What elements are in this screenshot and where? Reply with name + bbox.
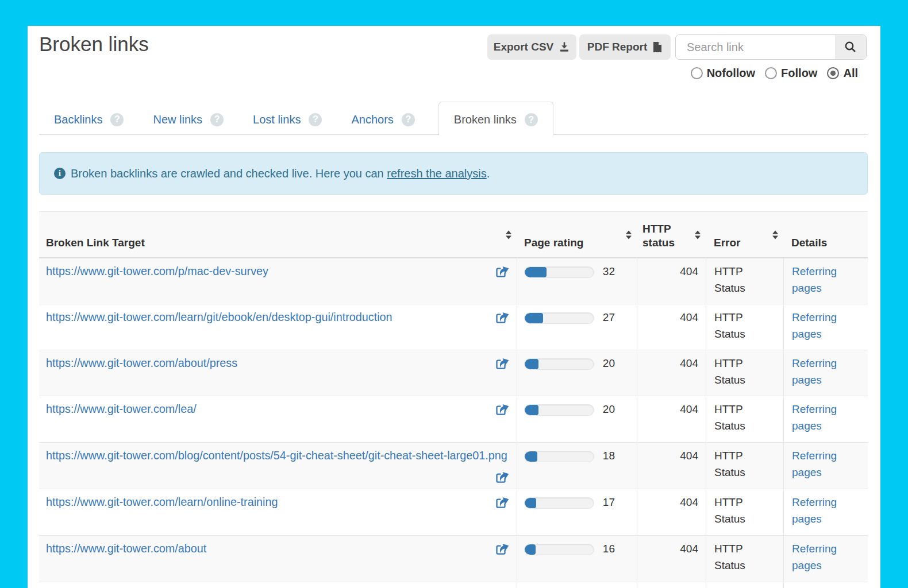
main-card: Broken links Export CSV PDF Report Nofol… bbox=[28, 26, 880, 588]
cell-details: Referring pages bbox=[783, 396, 868, 442]
error-value: HTTP Status bbox=[714, 401, 760, 434]
tab-new-links[interactable]: New links? bbox=[138, 102, 238, 135]
cell-http-status: 404 bbox=[637, 536, 706, 582]
referring-pages-link[interactable]: Referring pages bbox=[792, 540, 847, 574]
http-status-value: 404 bbox=[680, 265, 698, 277]
table-row: https://www.git-tower.com/learn/git/eboo… bbox=[39, 304, 868, 350]
page-rating-value: 20 bbox=[603, 401, 615, 417]
col-header-error[interactable]: Error bbox=[706, 212, 783, 257]
refresh-analysis-link[interactable]: refresh the analysis bbox=[387, 167, 486, 180]
page-rating-bar bbox=[524, 312, 594, 324]
cell-details: Referring pages bbox=[783, 489, 868, 535]
external-link-icon[interactable] bbox=[495, 265, 510, 278]
tab-backlinks[interactable]: Backlinks? bbox=[39, 102, 138, 135]
page-rating-bar-fill bbox=[525, 544, 536, 555]
page-rating-bar bbox=[524, 451, 594, 462]
filter-follow[interactable]: Follow bbox=[765, 67, 817, 80]
cell-broken-link-target: https://www.git-tower.com/about bbox=[39, 536, 517, 582]
cell-http-status: 404 bbox=[637, 443, 706, 489]
sort-icon[interactable] bbox=[772, 230, 778, 239]
help-icon[interactable]: ? bbox=[110, 113, 124, 126]
tab-lost-links-label: Lost links bbox=[253, 113, 301, 126]
error-value: HTTP Status bbox=[714, 540, 760, 574]
referring-pages-link[interactable]: Referring pages bbox=[792, 447, 847, 481]
sort-icon[interactable] bbox=[695, 230, 701, 239]
cell-error bbox=[706, 582, 783, 588]
help-icon[interactable]: ? bbox=[525, 113, 538, 126]
referring-pages-link[interactable]: Referring pages bbox=[792, 263, 847, 296]
help-icon[interactable]: ? bbox=[210, 113, 224, 126]
filter-follow-label: Follow bbox=[781, 67, 817, 80]
broken-link-url[interactable]: https://www.git-tower.com/learn/online-t… bbox=[46, 494, 278, 510]
table-row: https://www.git-tower.com/about/press 20… bbox=[39, 350, 868, 396]
page-rating-value: 18 bbox=[603, 447, 615, 464]
page-rating-bar bbox=[524, 497, 594, 509]
col-header-http-status[interactable]: HTTP status bbox=[637, 212, 706, 257]
cell-error: HTTP Status bbox=[706, 350, 783, 396]
help-icon[interactable]: ? bbox=[402, 113, 415, 126]
alert-text: Broken backlinks are crawled and checked… bbox=[71, 167, 387, 180]
page-rating-value: 32 bbox=[603, 263, 615, 280]
info-alert: i Broken backlinks are crawled and check… bbox=[39, 152, 868, 195]
page-rating-bar bbox=[524, 358, 594, 370]
broken-link-url[interactable]: https://www.git-tower.com/blog/content/p… bbox=[46, 447, 507, 464]
cell-page-rating: 18 bbox=[517, 443, 637, 489]
cell-details: Referring pages bbox=[783, 350, 868, 396]
tab-anchors[interactable]: Anchors? bbox=[336, 102, 429, 135]
cell-http-status: 404 bbox=[637, 258, 706, 304]
external-link-icon[interactable] bbox=[495, 311, 510, 324]
external-link-icon[interactable] bbox=[495, 542, 510, 556]
download-icon bbox=[559, 41, 570, 53]
page-rating-bar-fill bbox=[525, 267, 547, 277]
table-row: https://www.git-tower.com/blog/content/p… bbox=[39, 443, 868, 489]
pdf-report-button[interactable]: PDF Report bbox=[579, 34, 671, 60]
cell-page-rating: 16 bbox=[517, 536, 637, 582]
page-rating-bar-fill bbox=[525, 451, 537, 462]
tab-lost-links[interactable]: Lost links? bbox=[238, 102, 336, 135]
error-value: HTTP Status bbox=[714, 309, 760, 342]
search-input[interactable] bbox=[676, 35, 835, 59]
error-value: HTTP Status bbox=[714, 494, 760, 527]
broken-link-url[interactable]: https://www.git-tower.com/about/press bbox=[46, 355, 237, 372]
broken-link-url[interactable]: https://www.git-tower.com/about bbox=[46, 540, 206, 557]
broken-link-url[interactable]: https://www.git-tower.com/learn/git/eboo… bbox=[46, 309, 393, 326]
radio-all[interactable] bbox=[827, 67, 839, 79]
export-csv-button[interactable]: Export CSV bbox=[487, 34, 576, 60]
cell-page-rating: 27 bbox=[517, 304, 637, 350]
cell-error: HTTP Status bbox=[706, 443, 783, 489]
cell-http-status: 404 bbox=[637, 304, 706, 350]
sort-icon[interactable] bbox=[626, 230, 632, 239]
filter-all[interactable]: All bbox=[827, 67, 858, 80]
page-rating-value: 16 bbox=[603, 540, 615, 557]
col-header-broken-link-target[interactable]: Broken Link Target bbox=[39, 212, 517, 257]
external-link-icon[interactable] bbox=[495, 470, 510, 484]
external-link-icon[interactable] bbox=[495, 403, 510, 416]
radio-nofollow[interactable] bbox=[691, 67, 703, 79]
external-link-icon[interactable] bbox=[495, 496, 510, 509]
broken-link-url[interactable]: https://www.git-tower.com/lea/ bbox=[46, 401, 197, 417]
filter-nofollow-label: Nofollow bbox=[707, 67, 755, 80]
filter-nofollow[interactable]: Nofollow bbox=[691, 67, 755, 80]
referring-pages-link[interactable]: Referring pages bbox=[792, 309, 847, 342]
col-header-page-rating[interactable]: Page rating bbox=[517, 212, 637, 257]
table-header: Broken Link Target Page rating HTTP stat… bbox=[39, 211, 868, 258]
referring-pages-link[interactable]: Referring pages bbox=[792, 355, 847, 388]
sort-icon[interactable] bbox=[506, 230, 511, 239]
page-title: Broken links bbox=[39, 32, 149, 56]
broken-link-url[interactable]: https://www.git-tower.com/p/mac-dev-surv… bbox=[46, 263, 268, 280]
referring-pages-link[interactable]: Referring pages bbox=[792, 494, 847, 527]
cell-error: HTTP Status bbox=[706, 396, 783, 442]
referring-pages-link[interactable]: Referring pages bbox=[792, 401, 847, 434]
tab-broken-links[interactable]: Broken links? bbox=[438, 102, 553, 136]
cell-details: Referring pages bbox=[783, 443, 868, 489]
http-status-value: 404 bbox=[680, 496, 698, 508]
col-header-details: Details bbox=[783, 212, 868, 257]
page-rating-bar-fill bbox=[525, 405, 538, 415]
cell-details bbox=[783, 582, 868, 588]
cell-details: Referring pages bbox=[783, 304, 868, 350]
help-icon[interactable]: ? bbox=[309, 113, 322, 126]
search-button[interactable] bbox=[835, 35, 866, 59]
search-box bbox=[675, 34, 867, 60]
radio-follow[interactable] bbox=[765, 67, 777, 79]
external-link-icon[interactable] bbox=[495, 357, 510, 370]
